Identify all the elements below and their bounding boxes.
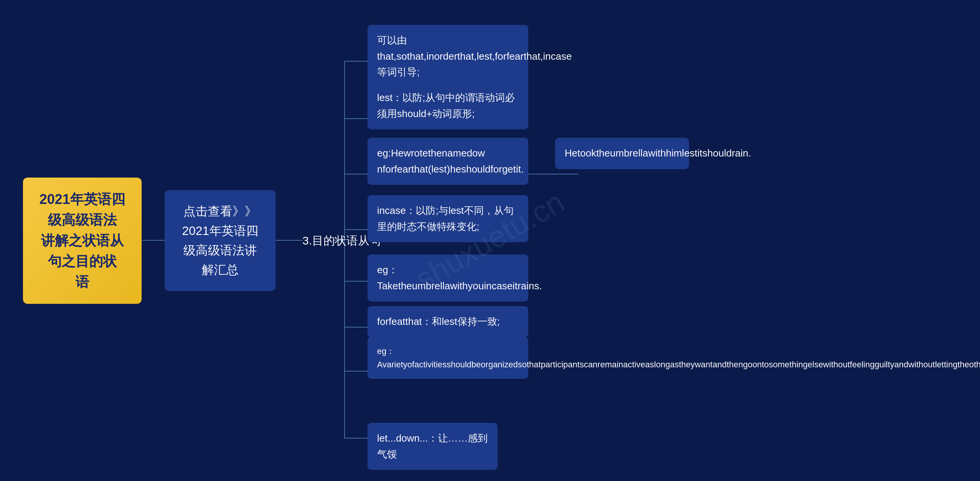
title-line1: 2021年英语四级高级语法 bbox=[39, 191, 125, 228]
right-node-4: incase：以防;与lest不同，从句里的时态不做特殊变化; bbox=[368, 195, 528, 242]
right-node-8: let...down...：让……感到气馁 bbox=[368, 423, 498, 470]
mind-map: shuxuetu.cn 2021年英语四级高级语法 讲解之状语从句 bbox=[0, 0, 980, 481]
middle-node-text: 点击查看》》2021年英语四级高级语法讲解汇总 bbox=[182, 204, 258, 277]
right-node-6: forfeatthat：和lest保持一致; bbox=[368, 306, 528, 338]
title-line2: 讲解之状语从句之目的状 bbox=[41, 233, 124, 269]
right-node-1: 可以由that,sothat,inorderthat,lest,forfeart… bbox=[368, 25, 528, 88]
right-node-2: lest：以防;从句中的谓语动词必须用should+动词原形; bbox=[368, 82, 528, 129]
title-node: 2021年英语四级高级语法 讲解之状语从句之目的状 语 bbox=[23, 178, 142, 304]
extended-node: Hetooktheumbrellawithhimlestitshouldrain… bbox=[555, 138, 689, 169]
right-node-7: eg：Avarietyofactivitiesshouldbeorganized… bbox=[368, 337, 528, 379]
right-node-5: eg：Taketheumbrellawithyouincaseitrains. bbox=[368, 254, 528, 302]
title-line3: 语 bbox=[75, 274, 89, 290]
right-node-3: eg:Hewrotethenamedow nforfearthat(lest)h… bbox=[368, 138, 528, 185]
right-nodes-container: 可以由that,sothat,inorderthat,lest,forfeart… bbox=[345, 0, 980, 481]
middle-node[interactable]: 点击查看》》2021年英语四级高级语法讲解汇总 bbox=[165, 190, 276, 291]
